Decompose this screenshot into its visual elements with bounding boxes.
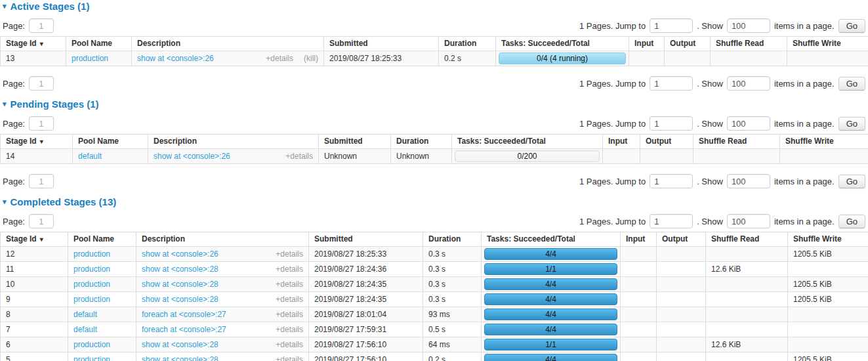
pool-name-link[interactable]: production xyxy=(72,54,108,63)
active-stages-title: Active Stages (1) xyxy=(10,1,90,11)
details-toggle[interactable]: +details xyxy=(276,280,303,289)
jump-to-page-input[interactable] xyxy=(650,174,693,188)
col-header-input[interactable]: Input xyxy=(621,232,657,247)
col-header-output[interactable]: Output xyxy=(657,232,706,247)
show-items-input[interactable] xyxy=(727,18,770,33)
col-header-tasks-succeeded-total[interactable]: Tasks: Succeeded/Total xyxy=(482,232,621,247)
page-number-input[interactable] xyxy=(29,116,54,131)
col-header-submitted[interactable]: Submitted xyxy=(319,135,391,149)
go-button[interactable]: Go xyxy=(838,215,865,228)
col-header-tasks-succeeded-total[interactable]: Tasks: Succeeded/Total xyxy=(452,135,603,149)
kill-link[interactable]: (kill) xyxy=(304,54,318,64)
pool-name-link[interactable]: default xyxy=(78,152,102,161)
stage-description-link[interactable]: show at <console>:26 xyxy=(137,54,214,64)
col-header-stage-id[interactable]: Stage Id▾ xyxy=(1,135,73,149)
pagination-controls: 1 Pages. Jump to. Showitems in a page.Go xyxy=(579,214,865,228)
jump-to-page-input[interactable] xyxy=(650,116,693,131)
pagination-controls: 1 Pages. Jump to. Showitems in a page.Go xyxy=(579,76,865,91)
col-header-stage-id[interactable]: Stage Id▾ xyxy=(1,37,66,51)
stage-row: 11productionshow at <console>:28+details… xyxy=(1,262,868,277)
details-toggle[interactable]: +details xyxy=(276,355,303,361)
completed-stages-table: Stage Id▾Pool NameDescriptionSubmittedDu… xyxy=(0,232,868,361)
col-header-pool-name[interactable]: Pool Name xyxy=(66,37,132,51)
col-header-shuffle-read[interactable]: Shuffle Read xyxy=(711,37,787,51)
section-active-stages: ▾ Active Stages (1) Page:1 Pages. Jump t… xyxy=(0,1,868,91)
stage-description-link[interactable]: show at <console>:28 xyxy=(142,355,218,361)
stage-description-link[interactable]: show at <console>:26 xyxy=(142,249,218,259)
show-label: . Show xyxy=(697,79,723,89)
jump-to-page-input[interactable] xyxy=(650,18,693,33)
jump-to-page-input[interactable] xyxy=(650,214,693,228)
stage-description-link[interactable]: show at <console>:28 xyxy=(142,340,218,350)
stage-description-link[interactable]: foreach at <console>:27 xyxy=(142,325,226,335)
details-toggle[interactable]: +details xyxy=(276,249,303,259)
stage-id-cell: 7 xyxy=(1,322,68,337)
col-header-shuffle-write[interactable]: Shuffle Write xyxy=(788,232,868,247)
stage-description-link[interactable]: show at <console>:28 xyxy=(142,280,218,289)
col-header-pool-name[interactable]: Pool Name xyxy=(68,232,136,247)
page-number-input[interactable] xyxy=(29,214,54,228)
pool-name-link[interactable]: production xyxy=(73,249,110,259)
details-toggle[interactable]: +details xyxy=(276,340,303,350)
pool-name-link[interactable]: default xyxy=(73,325,97,334)
go-button[interactable]: Go xyxy=(838,117,865,131)
input-cell xyxy=(621,307,657,322)
details-toggle[interactable]: +details xyxy=(266,54,293,64)
col-header-stage-id[interactable]: Stage Id▾ xyxy=(1,232,68,247)
col-header-submitted[interactable]: Submitted xyxy=(324,37,439,51)
col-header-duration[interactable]: Duration xyxy=(439,37,496,51)
col-header-output[interactable]: Output xyxy=(640,135,693,149)
stage-description-link[interactable]: foreach at <console>:27 xyxy=(142,310,226,320)
show-label: . Show xyxy=(697,217,723,226)
details-toggle[interactable]: +details xyxy=(276,310,303,320)
col-header-duration[interactable]: Duration xyxy=(423,232,482,247)
col-header-output[interactable]: Output xyxy=(665,37,711,51)
col-header-tasks-succeeded-total[interactable]: Tasks: Succeeded/Total xyxy=(496,37,629,51)
pool-name-link[interactable]: production xyxy=(73,355,110,361)
go-button[interactable]: Go xyxy=(838,19,865,33)
jump-to-page-input[interactable] xyxy=(650,76,693,91)
page-selector: Page: xyxy=(3,214,54,228)
col-header-description[interactable]: Description xyxy=(148,135,319,149)
col-header-submitted[interactable]: Submitted xyxy=(309,232,423,247)
col-header-pool-name[interactable]: Pool Name xyxy=(73,135,148,149)
show-items-input[interactable] xyxy=(727,214,770,228)
pending-pagination-bottom: Page:1 Pages. Jump to. Showitems in a pa… xyxy=(3,173,865,189)
pool-name-link[interactable]: production xyxy=(73,295,110,304)
details-toggle[interactable]: +details xyxy=(276,265,303,274)
active-stages-heading[interactable]: ▾ Active Stages (1) xyxy=(3,1,868,11)
details-toggle[interactable]: +details xyxy=(276,295,303,305)
col-header-input[interactable]: Input xyxy=(603,135,640,149)
col-header-description[interactable]: Description xyxy=(132,37,324,51)
show-items-input[interactable] xyxy=(727,174,770,188)
col-header-input[interactable]: Input xyxy=(629,37,665,51)
completed-stages-heading[interactable]: ▾ Completed Stages (13) xyxy=(3,197,868,207)
pending-stages-heading[interactable]: ▾ Pending Stages (1) xyxy=(3,99,868,109)
page-number-input[interactable] xyxy=(29,174,54,188)
go-button[interactable]: Go xyxy=(838,77,865,91)
col-header-shuffle-read[interactable]: Shuffle Read xyxy=(706,232,788,247)
col-header-shuffle-write[interactable]: Shuffle Write xyxy=(780,135,868,149)
details-toggle[interactable]: +details xyxy=(285,152,313,161)
pool-name-link[interactable]: production xyxy=(73,280,110,289)
col-header-description[interactable]: Description xyxy=(136,232,309,247)
col-header-shuffle-read[interactable]: Shuffle Read xyxy=(693,135,780,149)
show-items-input[interactable] xyxy=(727,76,770,91)
stage-description-link[interactable]: show at <console>:28 xyxy=(142,295,218,305)
shuffle-write-cell xyxy=(788,262,868,277)
details-toggle[interactable]: +details xyxy=(276,325,303,335)
pool-name-link[interactable]: production xyxy=(73,265,110,274)
pool-name-link[interactable]: production xyxy=(73,340,110,349)
show-items-input[interactable] xyxy=(727,116,770,131)
pages-count-label: 1 Pages. Jump to xyxy=(579,217,646,226)
col-header-shuffle-write[interactable]: Shuffle Write xyxy=(787,37,868,51)
page-number-input[interactable] xyxy=(29,76,54,91)
stage-description-link[interactable]: show at <console>:28 xyxy=(142,265,218,274)
go-button[interactable]: Go xyxy=(838,175,865,188)
pages-count-label: 1 Pages. Jump to xyxy=(579,79,646,89)
page-number-input[interactable] xyxy=(29,18,54,33)
stage-description-link[interactable]: show at <console>:26 xyxy=(154,152,230,161)
pool-name-link[interactable]: default xyxy=(73,310,97,319)
tasks-progress-bar: 4/4 xyxy=(484,308,617,320)
col-header-duration[interactable]: Duration xyxy=(391,135,452,149)
